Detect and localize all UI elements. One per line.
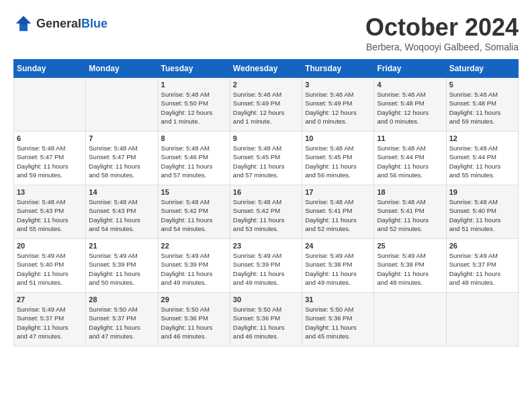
- header-friday: Friday: [374, 60, 446, 78]
- calendar-cell: 22Sunrise: 5:49 AM Sunset: 5:39 PM Dayli…: [158, 239, 230, 293]
- day-number: 19: [449, 188, 515, 196]
- day-number: 12: [449, 134, 515, 142]
- day-number: 10: [305, 134, 371, 142]
- day-info: Sunrise: 5:49 AM Sunset: 5:39 PM Dayligh…: [233, 251, 299, 287]
- day-number: 14: [89, 188, 154, 196]
- day-number: 9: [233, 134, 299, 142]
- day-info: Sunrise: 5:49 AM Sunset: 5:38 PM Dayligh…: [305, 251, 371, 287]
- day-info: Sunrise: 5:48 AM Sunset: 5:41 PM Dayligh…: [305, 197, 371, 233]
- calendar-cell: [446, 293, 518, 347]
- day-info: Sunrise: 5:48 AM Sunset: 5:47 PM Dayligh…: [17, 144, 83, 179]
- calendar-cell: 17Sunrise: 5:48 AM Sunset: 5:41 PM Dayli…: [302, 185, 374, 239]
- day-number: 23: [233, 242, 299, 250]
- day-number: 16: [233, 188, 299, 196]
- calendar-cell: 28Sunrise: 5:50 AM Sunset: 5:37 PM Dayli…: [86, 293, 158, 347]
- day-info: Sunrise: 5:50 AM Sunset: 5:36 PM Dayligh…: [161, 305, 227, 340]
- week-row-2: 13Sunrise: 5:48 AM Sunset: 5:43 PM Dayli…: [14, 185, 519, 239]
- day-info: Sunrise: 5:49 AM Sunset: 5:37 PM Dayligh…: [17, 305, 83, 340]
- header-sunday: Sunday: [14, 60, 86, 78]
- day-number: 11: [377, 134, 443, 142]
- calendar-table: SundayMondayTuesdayWednesdayThursdayFrid…: [13, 59, 519, 347]
- header: GeneralBlue October 2024 Berbera, Woqooy…: [13, 13, 519, 52]
- day-info: Sunrise: 5:50 AM Sunset: 5:36 PM Dayligh…: [305, 305, 371, 340]
- day-number: 26: [449, 242, 515, 250]
- logo-general: General: [36, 17, 81, 30]
- week-row-3: 20Sunrise: 5:49 AM Sunset: 5:40 PM Dayli…: [14, 239, 519, 293]
- calendar-cell: [374, 293, 446, 347]
- calendar-cell: 6Sunrise: 5:48 AM Sunset: 5:47 PM Daylig…: [14, 132, 86, 185]
- calendar-cell: 19Sunrise: 5:48 AM Sunset: 5:40 PM Dayli…: [446, 185, 518, 239]
- week-row-0: 1Sunrise: 5:48 AM Sunset: 5:50 PM Daylig…: [14, 78, 519, 132]
- day-info: Sunrise: 5:48 AM Sunset: 5:46 PM Dayligh…: [161, 144, 227, 179]
- day-info: Sunrise: 5:48 AM Sunset: 5:44 PM Dayligh…: [377, 144, 443, 179]
- day-info: Sunrise: 5:48 AM Sunset: 5:49 PM Dayligh…: [305, 90, 371, 126]
- svg-marker-1: [16, 16, 32, 25]
- calendar-cell: 3Sunrise: 5:48 AM Sunset: 5:49 PM Daylig…: [302, 78, 374, 132]
- day-info: Sunrise: 5:48 AM Sunset: 5:41 PM Dayligh…: [377, 197, 443, 233]
- day-info: Sunrise: 5:48 AM Sunset: 5:44 PM Dayligh…: [449, 144, 515, 179]
- calendar-cell: [14, 78, 86, 132]
- day-info: Sunrise: 5:48 AM Sunset: 5:49 PM Dayligh…: [233, 90, 299, 126]
- calendar-cell: 9Sunrise: 5:48 AM Sunset: 5:45 PM Daylig…: [230, 132, 302, 185]
- week-row-1: 6Sunrise: 5:48 AM Sunset: 5:47 PM Daylig…: [14, 132, 519, 185]
- location-title: Berbera, Woqooyi Galbeed, Somalia: [365, 42, 519, 52]
- calendar-cell: 12Sunrise: 5:48 AM Sunset: 5:44 PM Dayli…: [446, 132, 518, 185]
- day-info: Sunrise: 5:48 AM Sunset: 5:45 PM Dayligh…: [305, 144, 371, 179]
- day-info: Sunrise: 5:49 AM Sunset: 5:40 PM Dayligh…: [17, 251, 83, 287]
- day-info: Sunrise: 5:48 AM Sunset: 5:43 PM Dayligh…: [17, 197, 83, 233]
- calendar-cell: 29Sunrise: 5:50 AM Sunset: 5:36 PM Dayli…: [158, 293, 230, 347]
- day-number: 22: [161, 242, 227, 250]
- header-monday: Monday: [86, 60, 158, 78]
- calendar-cell: 11Sunrise: 5:48 AM Sunset: 5:44 PM Dayli…: [374, 132, 446, 185]
- logo-text: GeneralBlue: [36, 17, 107, 31]
- calendar-cell: 2Sunrise: 5:48 AM Sunset: 5:49 PM Daylig…: [230, 78, 302, 132]
- calendar-cell: 20Sunrise: 5:49 AM Sunset: 5:40 PM Dayli…: [14, 239, 86, 293]
- day-info: Sunrise: 5:48 AM Sunset: 5:48 PM Dayligh…: [449, 90, 515, 126]
- day-info: Sunrise: 5:48 AM Sunset: 5:45 PM Dayligh…: [233, 144, 299, 179]
- day-info: Sunrise: 5:49 AM Sunset: 5:39 PM Dayligh…: [89, 251, 154, 287]
- day-number: 27: [17, 295, 83, 304]
- day-number: 31: [305, 295, 371, 304]
- day-info: Sunrise: 5:48 AM Sunset: 5:40 PM Dayligh…: [449, 197, 515, 233]
- header-saturday: Saturday: [446, 60, 518, 78]
- day-number: 7: [89, 134, 154, 142]
- week-row-4: 27Sunrise: 5:49 AM Sunset: 5:37 PM Dayli…: [14, 293, 519, 347]
- calendar-cell: 14Sunrise: 5:48 AM Sunset: 5:43 PM Dayli…: [86, 185, 158, 239]
- day-info: Sunrise: 5:48 AM Sunset: 5:47 PM Dayligh…: [89, 144, 154, 179]
- header-thursday: Thursday: [302, 60, 374, 78]
- calendar-cell: 31Sunrise: 5:50 AM Sunset: 5:36 PM Dayli…: [302, 293, 374, 347]
- day-number: 13: [17, 188, 83, 196]
- calendar-cell: 18Sunrise: 5:48 AM Sunset: 5:41 PM Dayli…: [374, 185, 446, 239]
- calendar-cell: 21Sunrise: 5:49 AM Sunset: 5:39 PM Dayli…: [86, 239, 158, 293]
- day-number: 20: [17, 242, 83, 250]
- calendar-cell: 1Sunrise: 5:48 AM Sunset: 5:50 PM Daylig…: [158, 78, 230, 132]
- day-number: 24: [305, 242, 371, 250]
- day-number: 3: [305, 81, 371, 89]
- day-number: 5: [449, 81, 515, 89]
- day-number: 18: [377, 188, 443, 196]
- calendar-cell: 30Sunrise: 5:50 AM Sunset: 5:36 PM Dayli…: [230, 293, 302, 347]
- header-wednesday: Wednesday: [230, 60, 302, 78]
- day-info: Sunrise: 5:50 AM Sunset: 5:36 PM Dayligh…: [233, 305, 299, 340]
- day-number: 2: [233, 81, 299, 89]
- day-number: 4: [377, 81, 443, 89]
- calendar-cell: 10Sunrise: 5:48 AM Sunset: 5:45 PM Dayli…: [302, 132, 374, 185]
- day-info: Sunrise: 5:50 AM Sunset: 5:37 PM Dayligh…: [89, 305, 154, 340]
- day-number: 29: [161, 295, 227, 304]
- calendar-cell: 8Sunrise: 5:48 AM Sunset: 5:46 PM Daylig…: [158, 132, 230, 185]
- day-info: Sunrise: 5:48 AM Sunset: 5:42 PM Dayligh…: [233, 197, 299, 233]
- calendar-cell: 25Sunrise: 5:49 AM Sunset: 5:38 PM Dayli…: [374, 239, 446, 293]
- calendar-cell: 27Sunrise: 5:49 AM Sunset: 5:37 PM Dayli…: [14, 293, 86, 347]
- calendar-cell: 13Sunrise: 5:48 AM Sunset: 5:43 PM Dayli…: [14, 185, 86, 239]
- day-info: Sunrise: 5:49 AM Sunset: 5:39 PM Dayligh…: [161, 251, 227, 287]
- month-title: October 2024: [365, 13, 519, 42]
- calendar-header-row: SundayMondayTuesdayWednesdayThursdayFrid…: [14, 60, 519, 78]
- calendar-cell: [86, 78, 158, 132]
- title-area: October 2024 Berbera, Woqooyi Galbeed, S…: [365, 13, 519, 52]
- calendar-cell: 16Sunrise: 5:48 AM Sunset: 5:42 PM Dayli…: [230, 185, 302, 239]
- calendar-cell: 7Sunrise: 5:48 AM Sunset: 5:47 PM Daylig…: [86, 132, 158, 185]
- day-info: Sunrise: 5:49 AM Sunset: 5:37 PM Dayligh…: [449, 251, 515, 287]
- logo-blue: Blue: [81, 17, 107, 30]
- calendar-cell: 4Sunrise: 5:48 AM Sunset: 5:48 PM Daylig…: [374, 78, 446, 132]
- logo-icon: [13, 13, 34, 34]
